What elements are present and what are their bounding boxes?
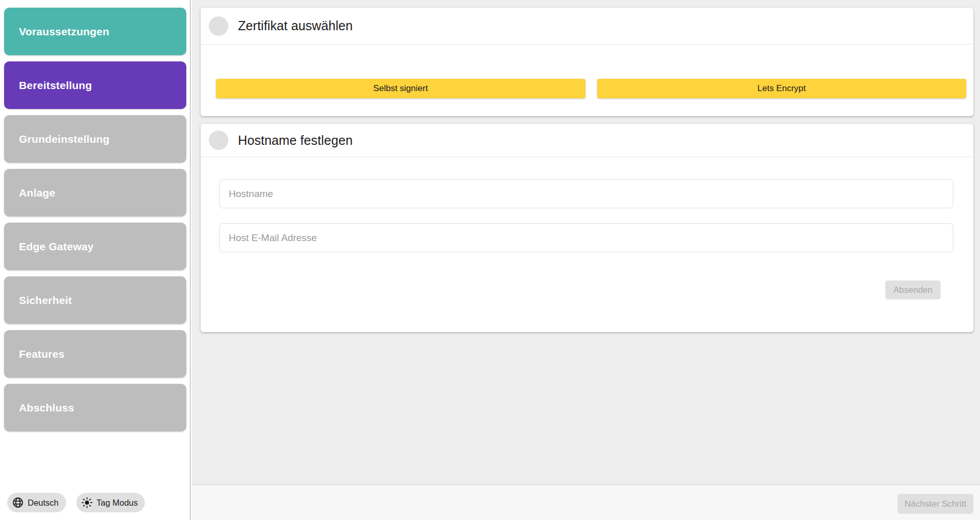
step-label: Bereitstellung [19, 79, 92, 92]
self-signed-button[interactable]: Selbst signiert [216, 79, 585, 98]
certificate-card: Zertifikat auswählen Selbst signiert Let… [201, 8, 973, 116]
step-label: Abschluss [19, 402, 74, 414]
step-sicherheit[interactable]: Sicherheit [4, 276, 186, 324]
step-avatar-circle [209, 16, 228, 36]
step-edge-gateway[interactable]: Edge Gateway [4, 223, 186, 270]
hostname-input[interactable] [219, 179, 953, 208]
step-label: Grundeinstellung [19, 133, 110, 145]
step-label: Anlage [19, 187, 55, 199]
submit-button[interactable]: Absenden [885, 280, 941, 299]
wizard-content: Zertifikat auswählen Selbst signiert Let… [192, 0, 980, 520]
lets-encrypt-button[interactable]: Lets Encrypt [597, 79, 967, 98]
step-abschluss[interactable]: Abschluss [4, 384, 186, 431]
hostname-card-title: Hostname festlegen [238, 133, 353, 148]
theme-mode-chip[interactable]: Tag Modus [76, 493, 145, 512]
sun-icon [81, 496, 93, 509]
step-label: Edge Gateway [19, 241, 94, 253]
step-grundeinstellung[interactable]: Grundeinstellung [4, 115, 186, 163]
step-bereitstellung[interactable]: Bereitstellung [4, 61, 186, 109]
next-step-button[interactable]: Nächster Schritt [898, 494, 973, 514]
step-avatar-circle [209, 131, 228, 150]
host-email-input[interactable] [219, 223, 953, 252]
theme-mode-chip-label: Tag Modus [97, 498, 138, 508]
hostname-card-header: Hostname festlegen [201, 124, 973, 157]
step-label: Voraussetzungen [19, 26, 109, 38]
step-features[interactable]: Features [4, 330, 186, 378]
certificate-options-row: Selbst signiert Lets Encrypt [216, 79, 966, 98]
step-voraussetzungen[interactable]: Voraussetzungen [4, 8, 186, 55]
wizard-footer: Nächster Schritt [192, 484, 980, 520]
sidebar-bottom-controls: Deutsch Tag Modus [7, 493, 145, 512]
certificate-card-header: Zertifikat auswählen [201, 8, 973, 45]
hostname-card: Hostname festlegen Absenden [201, 124, 973, 332]
language-chip[interactable]: Deutsch [7, 493, 66, 512]
wizard-steps: Voraussetzungen Bereitstellung Grundeins… [4, 8, 186, 431]
step-label: Sicherheit [19, 294, 72, 307]
certificate-card-title: Zertifikat auswählen [238, 18, 353, 33]
globe-icon [12, 496, 24, 509]
step-label: Features [19, 348, 64, 360]
language-chip-label: Deutsch [28, 498, 59, 508]
step-anlage[interactable]: Anlage [4, 169, 186, 216]
wizard-sidebar: Voraussetzungen Bereitstellung Grundeins… [0, 0, 191, 520]
